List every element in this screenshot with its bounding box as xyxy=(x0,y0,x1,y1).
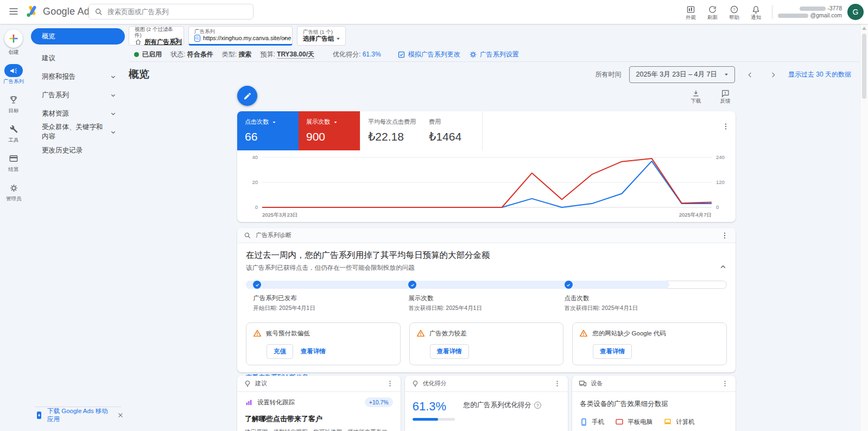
edit-fab-button[interactable] xyxy=(237,86,257,106)
search-icon xyxy=(94,8,103,16)
chevron-up-icon xyxy=(718,262,728,272)
search-input[interactable] xyxy=(107,8,248,16)
scroll-up-arrow[interactable] xyxy=(862,27,866,30)
campaign-settings-link[interactable]: 广告系列设置 xyxy=(469,50,519,59)
x-axis-end-label: 2025年4月7日 xyxy=(679,212,712,218)
legend-label: 手机 xyxy=(592,418,604,426)
appearance-button[interactable]: 外观 xyxy=(680,3,701,21)
y-axis-tick: 40 xyxy=(252,154,258,160)
create-button[interactable]: 创建 xyxy=(4,29,23,56)
warning-title: 您的网站缺少 Google 代码 xyxy=(592,329,666,338)
megaphone-icon xyxy=(9,66,18,75)
campaign-diagnostics-card: 广告系列诊断 在过去一周内，您的广告系列用掉了其平均每日预算的大部分金额 该广告… xyxy=(237,228,736,372)
milestones: 广告系列已发布 开始日期: 2025年4月1日 展示次数 首次获得日期: 202… xyxy=(246,294,727,315)
recommendation-body: 确定原因：借助转化跟踪，您可以使用一些功能来更有效地实现您的业务目标 xyxy=(245,428,393,431)
campaign-selector[interactable]: 广告系列 https://xinghuo.my.canva.site/one xyxy=(188,26,293,46)
diagnostics-menu-button[interactable] xyxy=(720,231,729,240)
metric-impressions[interactable]: 展示次数 900 xyxy=(299,111,360,150)
campaign-caption: 广告系列 xyxy=(194,28,288,34)
sidebar-item-audiences-keywords[interactable]: 受众群体、关键字和内容 xyxy=(31,124,125,140)
redacted-account-id xyxy=(800,7,826,11)
scrollbar-thumb[interactable] xyxy=(862,34,866,99)
view-details-link[interactable]: 查看详情 xyxy=(301,347,326,356)
global-search[interactable] xyxy=(88,4,254,20)
help-label: 帮助 xyxy=(723,14,745,21)
download-mobile-app-link[interactable]: 下载 Google Ads 移动应用 xyxy=(35,407,124,423)
sidebar-item-change-history[interactable]: 更改历史记录 xyxy=(31,142,125,159)
y-axis-tick: 0 xyxy=(255,204,258,210)
refresh-button[interactable]: 刷新 xyxy=(701,3,723,21)
help-icon xyxy=(730,5,739,14)
sidebar-item-recommendations[interactable]: 建议 xyxy=(31,50,125,66)
milestone-published: 广告系列已发布 开始日期: 2025年4月1日 xyxy=(253,294,315,312)
status-value[interactable]: 符合条件 xyxy=(187,50,213,58)
diagnostics-magnifier-icon xyxy=(244,232,251,239)
notifications-button[interactable]: 通知 xyxy=(745,3,766,21)
sidebar-item-label: 更改历史记录 xyxy=(42,146,83,155)
sidebar-item-insights-reports[interactable]: 洞察和报告 xyxy=(31,68,125,85)
rail-item-campaigns[interactable]: 广告系列 xyxy=(0,64,27,85)
promo-label: 下载 Google Ads 移动应用 xyxy=(47,407,113,423)
card-menu-button[interactable] xyxy=(553,379,561,388)
card-header-label: 优化得分 xyxy=(423,379,447,388)
simulate-changes-link[interactable]: 模拟广告系列更改 xyxy=(397,50,460,59)
optscore-value[interactable]: 61.3% xyxy=(363,50,381,58)
feedback-icon xyxy=(721,89,730,98)
download-button[interactable]: 下载 xyxy=(687,87,705,105)
help-button[interactable]: 帮助 xyxy=(723,3,745,21)
chevron-right-icon xyxy=(769,71,777,79)
sidebar-item-campaigns[interactable]: 广告系列 xyxy=(31,87,125,103)
chevron-down-icon xyxy=(109,91,117,99)
milestone-title: 点击次数 xyxy=(565,294,638,302)
optscore-bar-fill xyxy=(413,418,439,421)
google-ads-logo[interactable]: Google Ads xyxy=(25,4,94,18)
pencil-icon xyxy=(243,92,252,100)
caret-down-icon xyxy=(281,35,289,42)
hamburger-menu-icon[interactable] xyxy=(8,6,19,17)
chart-menu-button[interactable] xyxy=(721,121,730,131)
main-content: 视图 (2 个过滤条件) 所有广告系列 广告系列 https://xinghuo… xyxy=(129,24,860,431)
sidebar-item-assets[interactable]: 素材资源 xyxy=(31,105,125,122)
card-header-label: 建议 xyxy=(255,379,267,388)
rail-item-tools[interactable]: 工具 xyxy=(0,123,27,144)
rail-item-goals[interactable]: 目标 xyxy=(0,93,27,115)
milestone-date: 首次获得日期: 2025年4月1日 xyxy=(408,305,481,312)
performance-line-chart[interactable]: 40 20 0 240 120 0 2025年3月23日 2025年4月7日 xyxy=(237,150,736,220)
date-range-picker[interactable]: 2025年 3月 23日 – 4月 7日 xyxy=(629,66,735,83)
budget-value[interactable]: TRY38.00/天 xyxy=(277,50,314,59)
chevron-down-icon xyxy=(109,110,117,118)
card-header-label: 设备 xyxy=(591,379,603,388)
card-menu-button[interactable] xyxy=(386,379,394,388)
metric-clicks[interactable]: 点击次数 66 xyxy=(237,111,299,150)
view-selector[interactable]: 视图 (2 个过滤条件) 所有广告系列 xyxy=(129,26,184,46)
vertical-scrollbar[interactable] xyxy=(860,24,868,431)
avatar[interactable]: G xyxy=(847,4,864,20)
sidebar-item-overview[interactable]: 概览 xyxy=(31,28,125,45)
caret-down-icon xyxy=(271,119,277,125)
rail-item-billing[interactable]: 结算 xyxy=(0,152,27,173)
sidebar-item-label: 概览 xyxy=(42,32,55,41)
metric-avg-cpc[interactable]: 平均每次点击费用 ₺22.18 xyxy=(360,111,421,150)
recommendation-item-label[interactable]: 设置转化跟踪 xyxy=(257,398,295,407)
collapse-button[interactable] xyxy=(718,262,728,272)
optimization-score-card: 优化得分 61.3% 您的广告系列优化得分 ? xyxy=(405,376,568,431)
metric-cost[interactable]: 费用 ₺1464 xyxy=(421,111,483,150)
y-axis-tick: 20 xyxy=(252,179,258,185)
help-circle-icon[interactable]: ? xyxy=(534,402,541,409)
close-icon[interactable] xyxy=(117,411,124,419)
show-last-30-days-link[interactable]: 显示过去 30 天的数据 xyxy=(788,70,851,79)
rail-label: 结算 xyxy=(0,166,27,173)
previous-period-button[interactable] xyxy=(743,69,758,79)
top-up-button[interactable]: 充值 xyxy=(267,344,293,359)
rail-item-admin[interactable]: 管理员 xyxy=(0,181,27,202)
simulate-label: 模拟广告系列更改 xyxy=(408,50,460,59)
card-menu-button[interactable] xyxy=(721,379,729,388)
notifications-label: 通知 xyxy=(745,14,766,21)
type-value: 搜索 xyxy=(238,50,251,58)
next-period-button[interactable] xyxy=(765,69,781,79)
adgroup-selector[interactable]: 广告组 (1 个) 选择广告组 xyxy=(297,26,346,46)
feedback-button[interactable]: 反馈 xyxy=(716,87,734,105)
view-details-button[interactable]: 查看详情 xyxy=(430,344,469,359)
download-label: 下载 xyxy=(687,98,705,105)
view-details-button[interactable]: 查看详情 xyxy=(593,344,632,359)
